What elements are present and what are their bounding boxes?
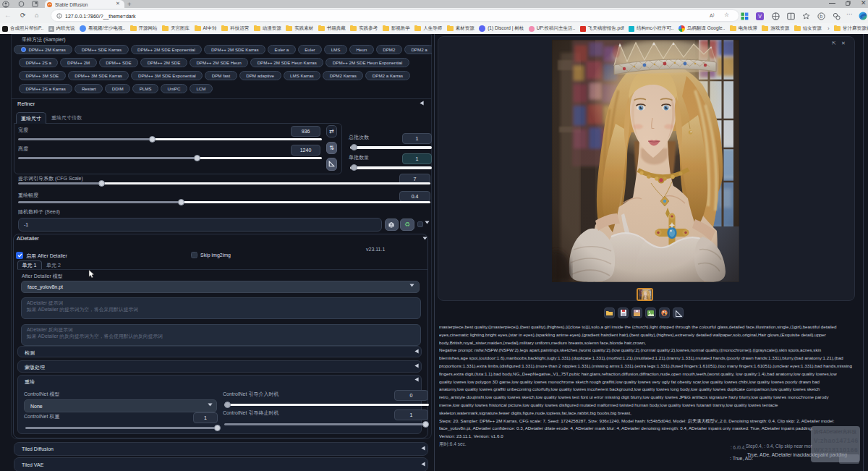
svg-text:b: b <box>820 14 822 19</box>
